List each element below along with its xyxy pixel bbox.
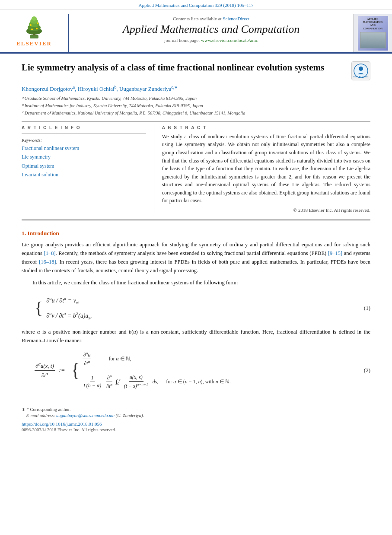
divider-article-info [22, 134, 146, 134]
journal-header: ELSEVIER Contents lists available at Sci… [0, 10, 392, 54]
check-updates-icon: Check for updates [353, 63, 369, 79]
ref-1-8[interactable]: [1–8] [44, 250, 56, 256]
elsevier-brand-text: ELSEVIER [16, 40, 52, 47]
equation-1-number: (1) [364, 305, 370, 312]
eq2-left-fraction: ∂αu(x, t) ∂tα [35, 362, 55, 379]
eq2-case1: ∂nu ∂tn for α ∈ ℕ, [83, 351, 231, 367]
eq2-assign: := [57, 367, 67, 374]
svg-rect-0 [30, 35, 38, 38]
affiliations: ᵃ Graduate School of Mathematics, Kyushu… [22, 95, 370, 117]
issn-line: 0096-3003/© 2018 Elsevier Inc. All right… [22, 427, 370, 432]
keyword-1: Fractional nonlinear system [22, 144, 146, 153]
svg-point-9 [31, 29, 33, 30]
svg-point-10 [36, 28, 38, 29]
ref-9-15[interactable]: [9–15] [328, 250, 342, 256]
eq2-cases-lines: ∂nu ∂tn for α ∈ ℕ, 1 Γ(n − α) [83, 351, 231, 390]
intro-para-3: where α is a positive non-integer number… [22, 328, 370, 345]
svg-point-7 [30, 24, 32, 26]
svg-point-12 [359, 67, 363, 71]
journal-reference-text: Applied Mathematics and Computation 329 … [139, 3, 254, 8]
author-2: Hiroyuki Ochiai [78, 86, 115, 92]
eq2-brace: { [71, 361, 80, 380]
keyword-3: Optimal system [22, 162, 146, 170]
abstract-label: A B S T R A C T [162, 125, 370, 130]
affil-marker-b: b [115, 85, 117, 89]
journal-cover-image: APPLIEDMATHEMATICSANDCOMPUTATION [358, 16, 388, 51]
eq2-case2-expr: 1 Γ(n − α) ∂n ∂tn ∫0t [83, 374, 158, 390]
journal-reference-bar: Applied Mathematics and Computation 329 … [0, 0, 392, 10]
eq2-case1-expr: ∂nu ∂tn [83, 351, 91, 367]
copyright-line: © 2018 Elsevier Inc. All rights reserved… [162, 207, 370, 213]
affil-marker-a: a [73, 85, 75, 89]
affil-marker-c: c,∗ [171, 85, 178, 89]
check-updates-badge[interactable]: Check for updates [351, 61, 370, 80]
doi-text[interactable]: https://doi.org/10.1016/j.amc.2018.01.05… [22, 421, 102, 427]
cover-graphic [360, 32, 386, 48]
cover-title: APPLIEDMATHEMATICSANDCOMPUTATION [363, 18, 383, 30]
contents-available-line: Contents lists available at ScienceDirec… [173, 16, 249, 21]
equation-2-lhs: ∂αu(x, t) ∂tα := { ∂nu ∂tn [35, 351, 231, 390]
email-author-name: (U. Zunderiya). [116, 413, 144, 418]
section-title: Introduction [28, 230, 59, 236]
article-title-text: Lie symmetry analysis of a class of time… [22, 61, 346, 73]
corresponding-text: * Corresponding author. [27, 407, 71, 412]
eq2-case2: 1 Γ(n − α) ∂n ∂tn ∫0t [83, 374, 231, 390]
equation-1-block: { ∂αu / ∂tα = vx, ∂αv / ∂tα = b2(u)ux, (… [22, 293, 370, 323]
eq2-numerator: ∂αu(x, t) [35, 362, 55, 370]
eq1-line1: ∂αu / ∂tα = vx, [46, 293, 92, 308]
eq2-case2-frac1: 1 Γ(n − α) [83, 375, 102, 389]
eq2-case1-condition: for α ∈ ℕ, [108, 356, 131, 362]
equation-1-system: { ∂αu / ∂tα = vx, ∂αv / ∂tα = b2(u)ux, [35, 293, 92, 323]
section-1-heading: 1. Introduction [22, 230, 370, 237]
email-line: E-mail address: uuganbayar@smcs.num.edu.… [22, 413, 370, 418]
corresponding-author-label: ∗ * Corresponding author. [22, 407, 370, 412]
svg-text:Check for updates: Check for updates [354, 76, 369, 78]
affil-b: ᵇ Institute of Mathematics for Industry,… [22, 102, 370, 110]
introduction-section: 1. Introduction Lie group analysis provi… [22, 230, 370, 390]
contents-text: Contents lists available at [173, 16, 222, 21]
equation-2-number: (2) [364, 367, 370, 374]
abstract-col: A B S T R A C T We study a class of nonl… [154, 125, 370, 213]
eq2-case2-frac3: u(x, s) (t − s)α−n+1 [123, 374, 149, 389]
divider-2 [22, 220, 370, 220]
article-info-label: A R T I C L E I N F O [22, 125, 146, 130]
eq1-line2: ∂αv / ∂tα = b2(u)ux, [46, 308, 92, 323]
article-title-row: Lie symmetry analysis of a class of time… [22, 61, 370, 80]
brace-left: { [35, 299, 43, 317]
intro-para-1: Lie group analysis provides an efficient… [22, 240, 370, 275]
keywords-label: Keywords: [22, 137, 146, 143]
asterisk-label: ∗ [22, 407, 27, 412]
svg-point-6 [32, 16, 37, 21]
homepage-link[interactable]: www.elsevier.com/locate/amc [201, 38, 258, 43]
affil-a: ᵃ Graduate School of Mathematics, Kyushu… [22, 95, 370, 102]
divider-1 [22, 121, 370, 122]
email-label-text: E-mail address: [26, 413, 55, 418]
journal-title: Applied Mathematics and Computation [123, 23, 300, 36]
sciencedirect-link[interactable]: ScienceDirect [223, 16, 249, 21]
eq2-ds: ds, [153, 379, 159, 385]
keyword-4: Invariant solution [22, 170, 146, 179]
authors-line: Khongorzul Dorjgotova, Hiroyuki Ochiaib,… [22, 85, 370, 92]
eq2-cases: { ∂nu ∂tn for α ∈ ℕ, [71, 351, 231, 390]
eq2-case2-condition: for α ∈ (n − 1, n), with n ∈ ℕ. [166, 379, 230, 385]
equation-2-block: ∂αu(x, t) ∂tα := { ∂nu ∂tn [22, 351, 370, 390]
eq2-denominator: ∂tα [41, 371, 49, 379]
author-1: Khongorzul Dorjgotov [22, 86, 73, 92]
elsevier-logo-area: ELSEVIER [0, 14, 69, 52]
abstract-text: We study a class of nonlinear evolution … [162, 133, 370, 205]
eq2-case2-frac2: ∂n ∂tn [105, 374, 113, 390]
author-3: Uuganbayar Zunderiya [119, 86, 171, 92]
svg-point-8 [37, 22, 38, 24]
intro-para-2: In this article, we consider the class o… [22, 278, 370, 287]
keywords-list: Fractional nonlinear system Lie symmetry… [22, 144, 146, 179]
eq2-integral: ∫0t [116, 378, 121, 386]
footnote-area: ∗ * Corresponding author. E-mail address… [22, 403, 370, 432]
homepage-label: journal homepage: [164, 38, 200, 43]
eq2-left-fraction-area: ∂αu(x, t) ∂tα := [35, 362, 67, 379]
elsevier-tree-icon [17, 16, 51, 39]
email-address[interactable]: uuganbayar@smcs.num.edu.mn [56, 413, 115, 418]
doi-line[interactable]: https://doi.org/10.1016/j.amc.2018.01.05… [22, 421, 370, 427]
ref-16-18[interactable]: [16–18] [39, 259, 56, 265]
affil-c: ᶜ Department of Mathematics, National Un… [22, 110, 370, 117]
section-number: 1. [22, 230, 26, 236]
